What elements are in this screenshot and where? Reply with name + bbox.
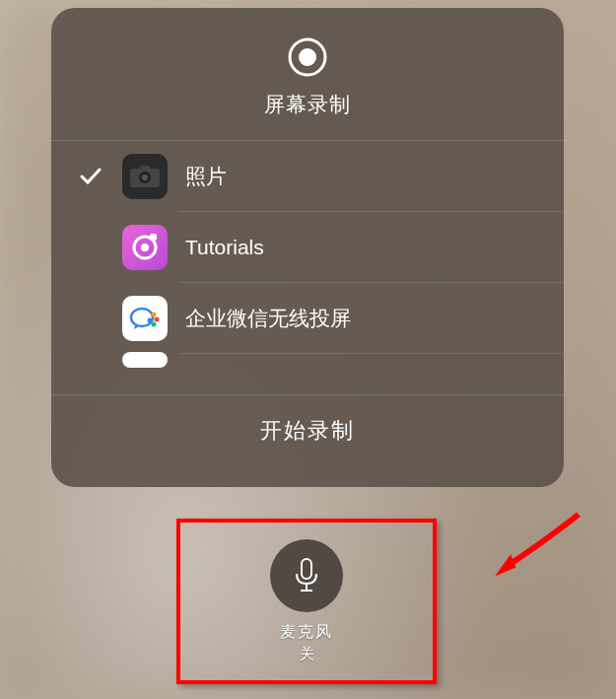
svg-point-13 xyxy=(148,318,153,323)
app-name-label: Tutorials xyxy=(185,236,264,259)
svg-rect-14 xyxy=(302,559,311,579)
screen-recording-panel: 屏幕录制 照片 xyxy=(51,8,564,487)
microphone-icon xyxy=(292,556,321,595)
panel-header: 屏幕录制 xyxy=(51,8,564,141)
partial-app-icon xyxy=(122,352,168,368)
start-recording-button[interactable]: 开始录制 xyxy=(51,395,564,466)
svg-point-5 xyxy=(142,175,148,180)
microphone-status: 关 xyxy=(300,645,314,664)
panel-title: 屏幕录制 xyxy=(51,91,564,118)
svg-rect-3 xyxy=(140,166,150,171)
tutorials-app-icon xyxy=(122,225,168,270)
svg-point-1 xyxy=(299,48,316,66)
checkmark-icon xyxy=(71,168,110,185)
app-item-photos[interactable]: 照片 xyxy=(51,141,564,212)
svg-point-10 xyxy=(152,313,157,317)
microphone-toggle-button[interactable] xyxy=(270,539,343,612)
app-item-tutorials[interactable]: Tutorials xyxy=(51,212,564,283)
app-item-partial[interactable] xyxy=(51,354,564,395)
wecom-app-icon xyxy=(122,296,168,341)
microphone-highlight-box: 麦克风 关 xyxy=(176,519,437,684)
svg-point-11 xyxy=(155,317,160,322)
app-list[interactable]: 照片 Tutorials xyxy=(51,141,564,395)
app-name-label: 企业微信无线投屏 xyxy=(185,305,351,332)
annotation-arrow-icon xyxy=(470,504,595,596)
microphone-label: 麦克风 xyxy=(280,622,333,643)
svg-point-9 xyxy=(131,309,153,326)
app-name-label: 照片 xyxy=(185,163,227,190)
svg-point-7 xyxy=(141,244,149,251)
svg-rect-8 xyxy=(150,234,157,241)
svg-point-12 xyxy=(152,322,157,327)
app-item-wecom[interactable]: 企业微信无线投屏 xyxy=(51,283,564,354)
photos-app-icon xyxy=(122,154,168,199)
record-icon xyxy=(286,35,329,79)
